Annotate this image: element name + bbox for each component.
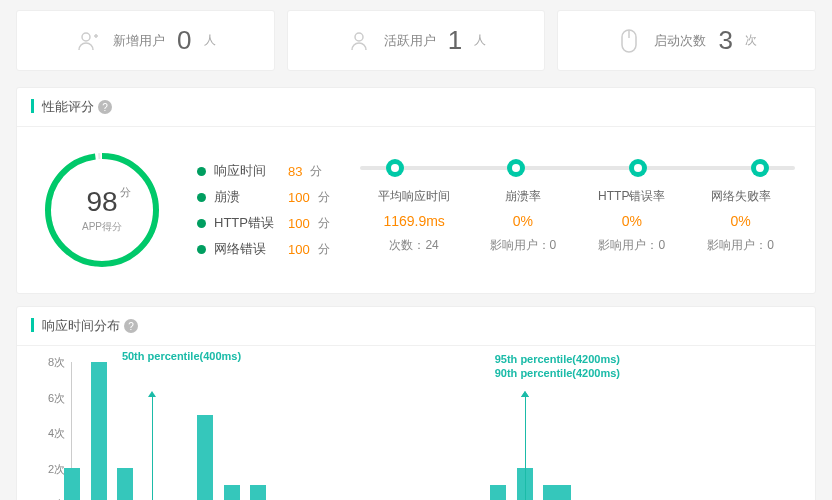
chart-bar[interactable]	[555, 485, 571, 500]
help-icon[interactable]: ?	[124, 319, 138, 333]
stat-label: 新增用户	[113, 32, 165, 50]
metric-row: HTTP错误100分	[197, 214, 330, 232]
chart-plot: 50th percentile(400ms)90th percentile(42…	[71, 362, 791, 500]
track-node[interactable]	[751, 159, 769, 177]
track-node[interactable]	[507, 159, 525, 177]
stat-value: 3	[718, 25, 732, 56]
metric-row: 网络错误100分	[197, 240, 330, 258]
response-time-chart: 0次2次4次6次8次 50th percentile(400ms)90th pe…	[37, 362, 795, 500]
summary-metrics: 平均响应时间1169.9ms次数：24 崩溃率0%影响用户：0 HTTP错误率0…	[360, 166, 795, 254]
user-plus-icon	[75, 28, 101, 54]
metric-row: 崩溃100分	[197, 188, 330, 206]
stat-active-users: 活跃用户 1 人	[287, 10, 546, 71]
track-node[interactable]	[629, 159, 647, 177]
stat-unit: 人	[474, 32, 486, 49]
metrics-list: 响应时间83分 崩溃100分 HTTP错误100分 网络错误100分	[197, 154, 330, 266]
chart-bar[interactable]	[224, 485, 240, 500]
help-icon[interactable]: ?	[98, 100, 112, 114]
metric-track	[360, 166, 795, 170]
stat-label: 启动次数	[654, 32, 706, 50]
percentile-label: 50th percentile(400ms)	[122, 350, 241, 362]
mouse-icon	[616, 28, 642, 54]
chart-bar[interactable]	[91, 362, 107, 500]
stat-new-users: 新增用户 0 人	[16, 10, 275, 71]
chart-bar[interactable]	[197, 415, 213, 500]
top-stats-row: 新增用户 0 人 活跃用户 1 人 启动次数 3 次	[0, 0, 832, 75]
gauge-sub: APP得分	[82, 220, 122, 234]
stat-value: 0	[177, 25, 191, 56]
stat-unit: 次	[745, 32, 757, 49]
stat-unit: 人	[204, 32, 216, 49]
panel-header: 性能评分 ?	[17, 88, 815, 127]
panel-title: 性能评分	[31, 98, 94, 116]
gauge-unit: 分	[120, 185, 131, 200]
response-time-dist-panel: 响应时间分布 ? 0次2次4次6次8次 50th percentile(400m…	[16, 306, 816, 500]
score-gauge: 分 98 APP得分	[37, 145, 167, 275]
dot-icon	[197, 193, 206, 202]
chart-bar[interactable]	[490, 485, 506, 500]
panel-header: 响应时间分布 ?	[17, 307, 815, 346]
summary-col: 崩溃率0%影响用户：0	[469, 188, 578, 254]
track-node[interactable]	[386, 159, 404, 177]
gauge-score: 98	[86, 186, 117, 218]
user-icon	[346, 28, 372, 54]
performance-score-panel: 性能评分 ? 分 98 APP得分 响应时间83分 崩溃100分 HTTP错误1…	[16, 87, 816, 294]
stat-launches: 启动次数 3 次	[557, 10, 816, 71]
chart-bar[interactable]	[117, 468, 133, 500]
svg-point-1	[355, 33, 363, 41]
percentile-label: 90th percentile(4200ms)	[495, 367, 620, 379]
svg-point-0	[82, 33, 90, 41]
summary-col: HTTP错误率0%影响用户：0	[577, 188, 686, 254]
dot-icon	[197, 219, 206, 228]
chart-bar[interactable]	[250, 485, 266, 500]
summary-col: 平均响应时间1169.9ms次数：24	[360, 188, 469, 254]
dot-icon	[197, 245, 206, 254]
dot-icon	[197, 167, 206, 176]
stat-value: 1	[448, 25, 462, 56]
panel-title: 响应时间分布	[31, 317, 120, 335]
percentile-label: 95th percentile(4200ms)	[495, 353, 620, 365]
chart-bar[interactable]	[64, 468, 80, 500]
metric-row: 响应时间83分	[197, 162, 330, 180]
summary-col: 网络失败率0%影响用户：0	[686, 188, 795, 254]
stat-label: 活跃用户	[384, 32, 436, 50]
